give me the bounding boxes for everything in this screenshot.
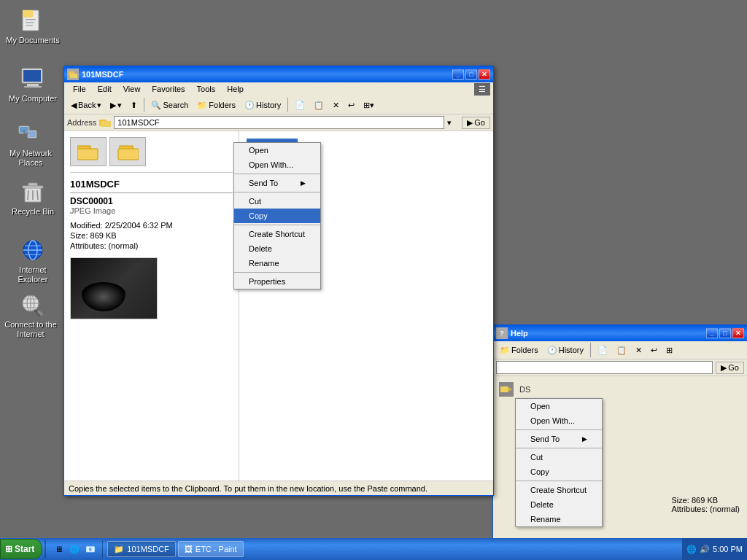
menu-tools[interactable]: Tools [191, 83, 222, 96]
ctx-create-shortcut[interactable]: Create Shortcut [234, 227, 320, 241]
ql-ie[interactable]: 🌐 [67, 542, 82, 556]
recycle-bin-icon [20, 179, 46, 205]
svg-rect-3 [26, 22, 34, 23]
ql-show-desktop[interactable]: 🖥 [51, 542, 66, 556]
taskbar-101msdcf[interactable]: 📁 101MSDCF [107, 541, 175, 557]
help-tb-btn1[interactable]: 📄 [594, 344, 611, 357]
start-button[interactable]: ⊞ Start [0, 539, 42, 559]
thumb-splash [82, 282, 125, 311]
ctx2-delete[interactable]: Delete [516, 497, 602, 512]
help-minimize-btn[interactable]: _ [706, 328, 718, 338]
go-btn[interactable]: ▶ Go [462, 117, 490, 129]
address-input[interactable] [114, 116, 444, 129]
forward-dropdown-icon: ▾ [117, 101, 122, 110]
help-tb-btn5[interactable]: ⊞ [662, 344, 676, 357]
tb-delete[interactable]: ✕ [329, 99, 343, 112]
back-btn[interactable]: ◀ Back ▾ [67, 99, 105, 112]
desktop-icon-internet-explorer[interactable]: Internet Explorer [4, 237, 62, 284]
address-folder-icon [99, 117, 111, 128]
svg-rect-6 [23, 70, 41, 82]
ctx2-rename[interactable]: Rename [516, 512, 602, 526]
file-attributes: Attributes: (normal) [70, 241, 233, 250]
help-history-btn[interactable]: 🕐 History [543, 344, 587, 357]
menu-favorites[interactable]: Favorites [146, 83, 190, 96]
tb-views[interactable]: ⊞▾ [360, 99, 378, 112]
connect-internet-label: Connect to the Internet [1, 320, 60, 339]
desktop-icon-my-network-places[interactable]: My Network Places [1, 120, 60, 168]
up-icon: ⬆ [131, 101, 137, 110]
up-btn[interactable]: ⬆ [127, 99, 141, 112]
help-close-btn[interactable]: ✕ [732, 328, 744, 338]
menu-edit[interactable]: Edit [92, 83, 117, 96]
ctx-delete[interactable]: Delete [234, 241, 320, 256]
ql-outlook[interactable]: 📧 [83, 542, 98, 556]
file-info-panel: 101MSDCF DSC00001 JPEG Image Modified: 2… [70, 179, 233, 319]
taskbar: ⊞ Start 🖥 🌐 📧 📁 101MSDCF 🖼 ETC - Paint 🌐… [0, 538, 747, 560]
tb-move-to[interactable]: 📋 [310, 99, 328, 112]
taskbar-tray: 🌐 🔊 5:00 PM [682, 538, 747, 560]
svg-rect-8 [24, 86, 42, 88]
internet-explorer-icon [20, 237, 46, 263]
help-window-icon: ? [496, 327, 508, 339]
panel-folder-title: 101MSDCF [70, 179, 233, 193]
ctx2-send-to[interactable]: Send To ▶ [516, 432, 602, 446]
history-btn[interactable]: 🕐 History [241, 99, 285, 112]
help-window-title: Help [511, 329, 528, 338]
svg-rect-34 [500, 386, 508, 392]
desktop-icon-my-documents[interactable]: My Documents [4, 7, 62, 45]
ctx2-create-shortcut[interactable]: Create Shortcut [516, 483, 602, 497]
menu-view[interactable]: View [117, 83, 147, 96]
ctx2-cut[interactable]: Cut [516, 450, 602, 464]
toolbar-sep1 [144, 98, 144, 112]
forward-btn[interactable]: ▶ ▾ [107, 99, 125, 112]
file-type: JPEG Image [70, 206, 233, 215]
search-icon: 🔍 [151, 101, 161, 110]
svg-line-20 [37, 190, 38, 200]
taskbar-quick-launch: 🖥 🌐 📧 [48, 542, 101, 556]
connect-internet-icon [18, 292, 44, 318]
help-folders-btn[interactable]: 📁 Folders [496, 344, 542, 357]
search-btn[interactable]: 🔍 Search [147, 99, 192, 112]
help-window: ? Help _ □ ✕ 📁 Folders 🕐 History 📄 📋 ✕ ↩… [492, 324, 747, 543]
desktop-icon-my-computer[interactable]: My Computer [4, 66, 62, 104]
menu-file[interactable]: File [67, 83, 92, 96]
ctx-open[interactable]: Open [234, 143, 320, 158]
ctx2-copy[interactable]: Copy [516, 464, 602, 479]
help-go-btn[interactable]: ▶ Go [716, 362, 744, 374]
main-window-title: 101MSDCF [82, 70, 123, 79]
main-close-btn[interactable]: ✕ [479, 69, 490, 79]
taskbar-etc-paint[interactable]: 🖼 ETC - Paint [178, 541, 244, 557]
help-address-input[interactable] [496, 361, 713, 374]
ctx-copy[interactable]: Copy [234, 209, 320, 223]
tb-undo[interactable]: ↩ [344, 99, 358, 112]
go-arrow-icon: ▶ [721, 363, 727, 373]
ctx2-open[interactable]: Open [516, 399, 602, 413]
address-dropdown-icon[interactable]: ▾ [447, 118, 459, 128]
help-maximize-btn[interactable]: □ [719, 328, 731, 338]
tb-copy-to[interactable]: 📄 [291, 99, 309, 112]
taskbar-divider [44, 540, 46, 558]
ctx2-open-with[interactable]: Open With... [516, 413, 602, 428]
main-maximize-btn[interactable]: □ [465, 69, 477, 79]
status-bar: Copies the selected items to the Clipboa… [64, 481, 493, 495]
folder-thumb2 [109, 137, 146, 166]
help-tb-btn3[interactable]: ✕ [632, 344, 646, 357]
svg-rect-41 [77, 149, 98, 160]
help-tb-btn4[interactable]: ↩ [647, 344, 661, 357]
ctx-open-with[interactable]: Open With... [234, 158, 320, 172]
help-toolbar-sep [590, 343, 591, 357]
desktop-icon-recycle-bin[interactable]: Recycle Bin [4, 179, 62, 217]
desktop-icon-connect-internet[interactable]: Connect to the Internet [1, 292, 60, 339]
ctx-properties[interactable]: Properties [234, 274, 320, 289]
secondary-size: Size: 869 KB [671, 496, 740, 505]
help-tb-btn2[interactable]: 📋 [613, 344, 630, 357]
svg-rect-2 [26, 19, 36, 20]
main-minimize-btn[interactable]: _ [452, 69, 464, 79]
taskbar-folder-icon: 📁 [114, 545, 124, 554]
folders-btn[interactable]: 📁 Folders [193, 99, 239, 112]
ctx-send-to[interactable]: Send To ▶ [234, 176, 320, 190]
ctx-cut[interactable]: Cut [234, 194, 320, 209]
menu-help[interactable]: Help [221, 83, 249, 96]
ctx-rename[interactable]: Rename [234, 256, 320, 271]
ctx2-sep1 [516, 429, 602, 430]
